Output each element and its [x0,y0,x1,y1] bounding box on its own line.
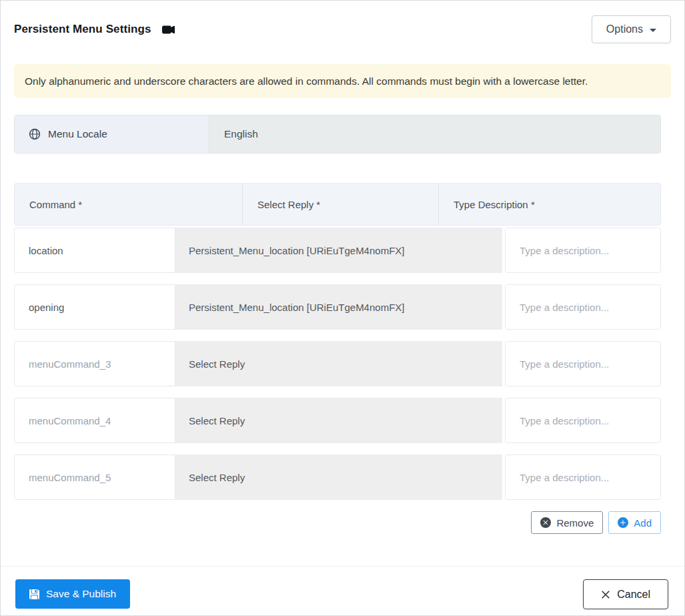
command-input[interactable] [14,454,175,500]
description-input[interactable] [505,228,661,273]
row-actions: Remove Add [14,511,661,534]
x-icon [601,590,610,599]
command-input[interactable] [14,228,175,273]
chevron-down-icon [650,29,656,32]
add-button-label: Add [634,517,652,529]
page-title: Persistent Menu Settings [14,23,151,36]
reply-select[interactable]: Persistent_Menu_location [URiEuTgeM4nomF… [175,284,502,330]
warning-banner: Only alphanumeric and underscore charact… [14,64,671,98]
add-row-button[interactable]: Add [608,511,661,534]
reply-select-value: Select Reply [189,358,245,370]
command-row-5: Select Reply [14,454,661,500]
topbar: Persistent Menu Settings Options [14,15,671,43]
persistent-menu-settings-panel: Persistent Menu Settings Options Only al… [0,0,685,616]
warning-text: Only alphanumeric and underscore charact… [25,75,588,87]
table-header: Command * Select Reply * Type Descriptio… [14,183,661,226]
description-input[interactable] [505,284,661,330]
save-publish-button[interactable]: Save & Publish [15,579,130,609]
command-row-3: Select Reply [14,341,661,386]
description-input[interactable] [505,454,661,500]
footer: Save & Publish Cancel [1,566,684,609]
options-button-label: Options [606,23,643,35]
remove-button-label: Remove [556,517,594,529]
save-publish-label: Save & Publish [46,588,116,600]
menu-locale-value[interactable]: English [209,115,660,153]
reply-select-value: Persistent_Menu_location [URiEuTgeM4nomF… [189,302,404,313]
description-input[interactable] [505,341,661,386]
menu-locale-label-cell: Menu Locale [15,115,209,153]
command-row-1: Persistent_Menu_location [URiEuTgeM4nomF… [14,228,661,273]
video-camera-icon [162,23,175,36]
x-circle-icon [540,517,551,528]
reply-select[interactable]: Select Reply [175,341,502,386]
column-header-command: Command * [15,184,242,225]
options-button[interactable]: Options [592,15,671,43]
reply-select[interactable]: Select Reply [175,398,502,443]
menu-locale-row: Menu Locale English [14,115,661,153]
title-group: Persistent Menu Settings [14,23,175,36]
remove-row-button[interactable]: Remove [531,511,603,534]
plus-circle-icon [618,517,628,528]
reply-select[interactable]: Select Reply [175,454,502,500]
command-input[interactable] [14,398,175,443]
reply-select[interactable]: Persistent_Menu_location [URiEuTgeM4nomF… [175,228,502,273]
command-input[interactable] [14,341,175,386]
menu-locale-value-text: English [224,128,258,140]
column-header-type-description: Type Description * [439,184,660,225]
description-input[interactable] [505,398,661,443]
command-input[interactable] [14,284,175,330]
reply-select-value: Persistent_Menu_location [URiEuTgeM4nomF… [189,245,404,256]
save-icon [29,589,39,599]
cancel-button[interactable]: Cancel [583,579,668,609]
reply-select-value: Select Reply [189,415,245,426]
command-row-4: Select Reply [14,398,661,443]
reply-select-value: Select Reply [189,472,245,483]
command-rows: Persistent_Menu_location [URiEuTgeM4nomF… [14,228,671,500]
menu-locale-label: Menu Locale [48,128,107,140]
cancel-button-label: Cancel [617,589,650,601]
column-header-select-reply: Select Reply * [242,184,439,225]
globe-icon [29,128,41,140]
command-row-2: Persistent_Menu_location [URiEuTgeM4nomF… [14,284,661,330]
